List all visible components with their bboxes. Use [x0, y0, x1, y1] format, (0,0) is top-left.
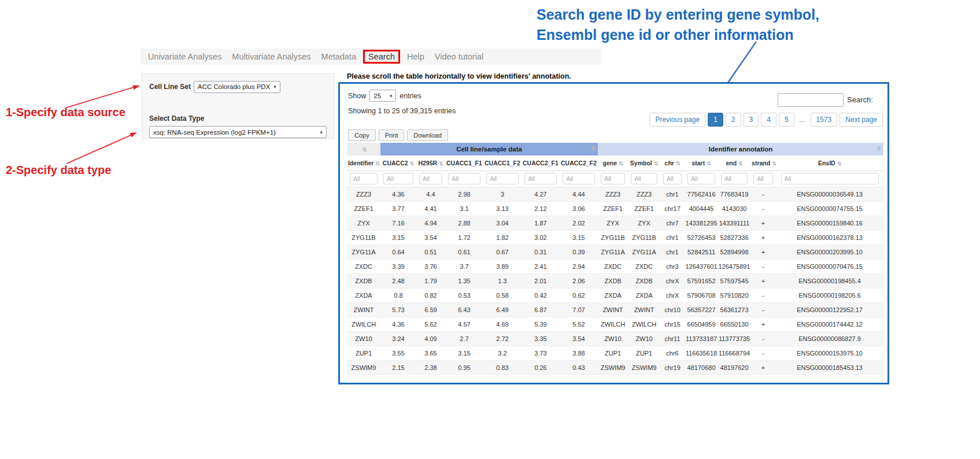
filter-input-symbol[interactable]: [631, 173, 657, 184]
column-header-cuacc2-f2[interactable]: CUACC2_F2⇅: [560, 156, 598, 171]
column-header-strand[interactable]: strand⇅: [750, 156, 776, 171]
table-row[interactable]: ZW103.244.092.72.723.353.54ZW10ZW10chr11…: [347, 331, 883, 346]
group-header-identifier-annotation[interactable]: Identifier annotation⇅: [598, 143, 883, 156]
search-results-panel: Show 25 ▾ entries Showing 1 to 25 of 39,…: [338, 82, 889, 384]
page-button-2[interactable]: 2: [726, 113, 741, 127]
column-header-cuacc1-f1[interactable]: CUACC1_F1⇅: [445, 156, 483, 171]
filter-input-end[interactable]: [721, 173, 748, 184]
table-row[interactable]: ZUP13.553.653.153.23.733.88ZUP1ZUP1chr61…: [347, 346, 883, 360]
cell: 2.15: [380, 360, 416, 375]
cell: +: [750, 245, 776, 259]
cell: 126437601: [685, 259, 718, 273]
filter-input-identifier[interactable]: [350, 173, 378, 184]
page-length-select[interactable]: 25 ▾: [369, 90, 396, 102]
nav-item-multivariate-analyses[interactable]: Multivariate Analyses: [227, 50, 316, 64]
page-button-3[interactable]: 3: [744, 113, 759, 127]
page-button-5[interactable]: 5: [779, 113, 794, 127]
nav-item-video-tutorial[interactable]: Video tutorial: [430, 50, 489, 64]
filter-input-h295r[interactable]: [419, 173, 442, 184]
download-button[interactable]: Download: [407, 129, 448, 141]
cell: 2.98: [445, 187, 483, 201]
cell: 3.15: [445, 346, 483, 360]
column-header-start[interactable]: start⇅: [685, 156, 718, 171]
filter-input-ensid[interactable]: [781, 173, 879, 184]
cell: ZYX: [347, 216, 380, 230]
table-row[interactable]: ZZEF13.774.413.13.132.123.06ZZEF1ZZEF1ch…: [347, 201, 883, 216]
cell: -: [750, 259, 776, 273]
print-button[interactable]: Print: [379, 129, 405, 141]
column-header-identifier[interactable]: Identifier⇅: [347, 156, 380, 171]
filter-input-cuacc2[interactable]: [383, 173, 413, 184]
cell-line-set-select[interactable]: ACC Colorado plus PDX ▾: [194, 81, 280, 93]
filter-input-cuacc1-f1[interactable]: [448, 173, 480, 184]
cell: 116635618: [685, 346, 718, 360]
cell: 57597545: [718, 273, 750, 288]
column-header-end[interactable]: end⇅: [718, 156, 750, 171]
cell: ZW10: [598, 331, 628, 346]
cell: chr7: [660, 216, 685, 230]
table-row[interactable]: ZWINT5.736.596.436.496.877.07ZWINTZWINTc…: [347, 302, 883, 317]
page-button-1573[interactable]: 1573: [811, 113, 838, 127]
cell: ZYG11B: [347, 230, 380, 245]
nav-item-help[interactable]: Help: [402, 50, 430, 64]
nav-item-univariate-analyses[interactable]: Univariate Analyses: [143, 50, 227, 64]
column-header-symbol[interactable]: Symbol⇅: [628, 156, 660, 171]
sort-icon: ⇅: [877, 146, 882, 151]
table-row[interactable]: ZXDB2.481.791.351.32.012.06ZXDBZXDBchrX5…: [347, 273, 883, 288]
page-button-4[interactable]: 4: [761, 113, 776, 127]
cell: 3.54: [416, 230, 445, 245]
filter-cell: [416, 171, 445, 187]
table-row[interactable]: ZSWIM92.152.380.950.830.260.43ZSWIM9ZSWI…: [347, 360, 883, 375]
nav-item-metadata[interactable]: Metadata: [316, 50, 361, 64]
filter-input-cuacc2-f1[interactable]: [524, 173, 556, 184]
group-header-blank[interactable]: ⇅: [347, 143, 380, 156]
column-header-ensid[interactable]: EnsID⇅: [776, 156, 883, 171]
cell: 6.43: [445, 302, 483, 317]
column-label: CUACC2_F2: [561, 160, 597, 166]
cell: ZWILCH: [347, 317, 380, 331]
cell: chr11: [660, 331, 685, 346]
filter-input-cuacc2-f2[interactable]: [563, 173, 594, 184]
table-row[interactable]: ZYG11A0.640.510.610.670.310.39ZYG11AZYG1…: [347, 245, 883, 259]
cell: ZUP1: [347, 346, 380, 360]
column-header-chr[interactable]: chr⇅: [660, 156, 685, 171]
filter-cell: [560, 171, 598, 187]
filter-input-start[interactable]: [687, 173, 715, 184]
cell: +: [750, 273, 776, 288]
column-header-cuacc2-f1[interactable]: CUACC2_F1⇅: [522, 156, 560, 171]
next-page-button[interactable]: Next page: [840, 113, 883, 127]
previous-page-button[interactable]: Previous page: [649, 113, 705, 127]
page-button-1[interactable]: 1: [708, 113, 723, 127]
sort-icon: ⇅: [837, 161, 842, 166]
cell: ZWILCH: [598, 317, 628, 331]
column-header-cuacc2[interactable]: CUACC2⇅: [380, 156, 416, 171]
column-header-cuacc1-f2[interactable]: CUACC1_F2⇅: [483, 156, 522, 171]
nav-item-search[interactable]: Search: [363, 50, 400, 64]
group-header-cell-line-sample-data[interactable]: Cell line/sample data⇅: [380, 143, 598, 156]
table-row[interactable]: ZXDC3.393.763.73.892.412.94ZXDCZXDCchr31…: [347, 259, 883, 273]
filter-input-chr[interactable]: [663, 173, 682, 184]
search-input[interactable]: [778, 93, 844, 107]
table-row[interactable]: ZYX7.164.942.883.041.872.02ZYXZYXchr7143…: [347, 216, 883, 230]
table-row[interactable]: ZYG11B3.153.541.721.823.023.15ZYG11BZYG1…: [347, 230, 883, 245]
copy-button[interactable]: Copy: [348, 129, 376, 141]
cell: 57906708: [685, 288, 718, 302]
column-header-gene[interactable]: gene⇅: [598, 156, 628, 171]
filter-input-gene[interactable]: [601, 173, 625, 184]
table-row[interactable]: ZWILCH4.365.624.574.695.395.52ZWILCHZWIL…: [347, 317, 883, 331]
cell: ZYG11B: [628, 230, 660, 245]
table-row[interactable]: ZXDA0.80.820.530.580.420.62ZXDAZXDAchrX5…: [347, 288, 883, 302]
cell: 2.7: [445, 331, 483, 346]
filter-input-strand[interactable]: [753, 173, 773, 184]
table-row[interactable]: ZZZ34.364.42.9834.274.44ZZZ3ZZZ3chr17756…: [347, 187, 883, 201]
filter-input-cuacc1-f2[interactable]: [486, 173, 518, 184]
sort-icon: ⇅: [619, 161, 623, 166]
cell: ZW10: [628, 331, 660, 346]
cell: 3.77: [380, 201, 416, 216]
red-arrow-line-1: [66, 87, 134, 108]
show-label: Show: [348, 92, 366, 100]
data-type-select[interactable]: xsq: RNA-seq Expression (log2 FPKM+1) ▾: [149, 126, 327, 138]
group-header-label: Cell line/sample data: [456, 146, 522, 153]
cell: 3.76: [416, 259, 445, 273]
column-header-h295r[interactable]: H295R⇅: [416, 156, 445, 171]
